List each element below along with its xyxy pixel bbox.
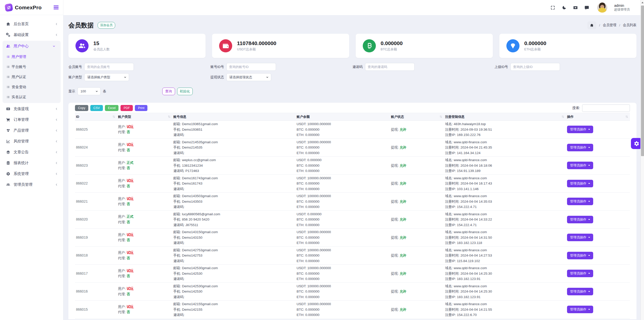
list-icon [7,65,10,68]
account-type-select[interactable]: 请选择账户类型 [84,73,129,81]
column-header-1[interactable]: ID [75,113,117,121]
export-copy-button[interactable]: Copy [75,105,88,111]
admin-actions-button[interactable]: 管理员操作 [567,270,593,277]
column-header-3[interactable]: 账号信息 [172,113,296,121]
agent-value: 否 [127,292,130,296]
stat-label: BTC总余额 [381,47,403,52]
sidebar-subitem-realname-auth[interactable]: 实名认证 [3,92,61,102]
breadcrumb-current[interactable]: 会员列表 [623,23,636,27]
sidebar-item-product-management[interactable]: 产品管理 [0,125,63,136]
home-icon [6,22,10,26]
export-excel-button[interactable]: Excel [105,105,119,111]
add-member-button[interactable]: 添加会员 [98,22,115,29]
withdraw-status-select[interactable]: 请选择提现状态 [226,73,271,81]
column-header-2[interactable]: 账户类型 [117,113,172,121]
page-size-select[interactable]: 100 [77,87,101,95]
sidebar-subitem-label: 用户认证 [12,75,26,79]
user-info[interactable]: admin 超级管理员 [614,3,630,12]
sort-icon[interactable] [439,115,442,118]
money-icon[interactable] [573,5,578,10]
sidebar-item-user-center[interactable]: 用户中心 [3,41,61,52]
cell-actions: 管理员操作 [566,138,630,157]
sort-icon[interactable] [112,115,115,118]
fullscreen-icon[interactable] [550,5,555,10]
user-avatar[interactable] [597,3,607,13]
cell-actions: 管理员操作 [566,174,630,193]
stat-value: 1107840.000000 [237,40,276,46]
sidebar-item-label: 基础设置 [14,32,29,37]
sort-icon[interactable] [168,115,171,118]
cell-register-info: 域名: www.qdd-finance.com注册时间: 2024-04-04 … [444,193,566,211]
column-header-4[interactable]: 账户余额 [296,113,390,121]
withdraw-value: 允许 [400,272,407,275]
admin-actions-button[interactable]: 管理员操作 [567,288,593,295]
admin-actions-button[interactable]: 管理员操作 [567,126,593,133]
member-account-input[interactable] [84,63,134,71]
sidebar-item-risk-management[interactable]: 风控管理 [0,136,63,147]
sidebar-subitem-platform-account[interactable]: 平台账号 [3,62,61,72]
agent-value: 否 [127,202,130,206]
column-label: 注册登陆信息 [445,115,465,119]
admin-actions-button[interactable]: 管理员操作 [567,198,593,205]
cell-status: 提现: 允许 [390,121,444,139]
export-csv-button[interactable]: CSV [90,105,103,111]
breadcrumb-home-icon[interactable] [587,21,596,29]
reset-button[interactable]: 初始化 [177,88,193,95]
invite-code-input[interactable] [365,63,415,71]
search-input[interactable] [582,104,630,112]
admin-actions-button[interactable]: 管理员操作 [567,144,593,151]
cell-balance: USDT: 100000.000000BTC: 0.000000ETH: 0.0… [296,121,390,139]
account-id-input[interactable] [226,63,276,71]
chevron-left-icon [55,183,58,186]
admin-actions-button[interactable]: 管理员操作 [567,252,593,259]
column-header-7[interactable]: 操作 [566,113,630,121]
export-print-button[interactable]: Print [135,105,147,111]
dark-mode-moon-icon[interactable] [562,5,567,10]
sidebar-item-label: 文章公告 [14,150,29,155]
cell-account-info: 邮箱: lucy6880565@gmail.com手机: 856 20 9420… [172,210,296,229]
sidebar-item-basic-settings[interactable]: 基础设置 [0,29,63,40]
sidebar-item-admin-management[interactable]: 管理员管理 [0,179,63,190]
admin-actions-button[interactable]: 管理员操作 [567,216,593,223]
sidebar-item-order-management[interactable]: 订单管理 [0,114,63,125]
admin-actions-button[interactable]: 管理员操作 [567,306,593,313]
caret-down-icon [588,309,590,310]
column-header-5[interactable]: 账户状态 [390,113,444,121]
sort-icon[interactable] [561,115,565,118]
export-pdf-button[interactable]: PDF [120,105,133,111]
scrollbar-thumb[interactable] [641,6,644,156]
vertical-scrollbar[interactable] [640,0,644,320]
admin-actions-button[interactable]: 管理员操作 [567,180,593,187]
sidebar-subitem-user-auth[interactable]: 用户认证 [3,72,61,82]
sidebar-subitem-user-management[interactable]: 用户管理 [3,52,61,62]
chat-icon[interactable] [584,5,589,10]
cell-account-type: 用户: 试玩代理: 否 [117,229,172,247]
scrollbar-up-arrow[interactable] [641,2,643,3]
parent-id-input[interactable] [510,63,560,71]
user-type-value: 正式 [127,215,134,219]
list-icon [7,55,10,58]
column-header-inner: 操作 [567,115,628,119]
query-button[interactable]: 查询 [162,88,175,95]
cell-balance: USDT: 100000.000000BTC: 0.000000ETH: 0.0… [296,229,390,247]
caret-down-icon [588,201,590,202]
sidebar-item-article-announcement[interactable]: 文章公告 [0,147,63,158]
admin-actions-button[interactable]: 管理员操作 [567,162,593,169]
hamburger-menu-icon[interactable] [54,5,59,10]
cell-id: 866022 [75,174,117,193]
breadcrumb-section[interactable]: 会员管理 [603,23,616,27]
caret-down-icon [588,273,590,274]
admin-actions-button[interactable]: 管理员操作 [567,234,593,241]
sidebar-item-label: 报表统计 [14,161,29,165]
sidebar-item-report-statistics[interactable]: 报表统计 [0,158,63,168]
filter-label: 账号ID号 [211,65,224,69]
sidebar-item-home-page[interactable]: 后台首页 [0,19,63,29]
cell-account-info: 邮箱: Demo142530gmail.com手机: Demo142530邀请码… [172,282,296,301]
sidebar-item-system-management[interactable]: 系统管理 [0,168,63,179]
sidebar-item-recharge-withdraw[interactable]: 充值提现 [0,103,63,114]
app-root: ComexPro 后台首页基础设置用户中心用户管理平台账号用户认证资金变动实名认… [0,0,644,320]
column-header-6[interactable]: 注册登陆信息 [444,113,566,121]
sidebar-subitem-funds-change[interactable]: 资金变动 [3,82,61,92]
sort-icon[interactable] [625,115,628,118]
withdraw-value: 允许 [400,254,407,257]
